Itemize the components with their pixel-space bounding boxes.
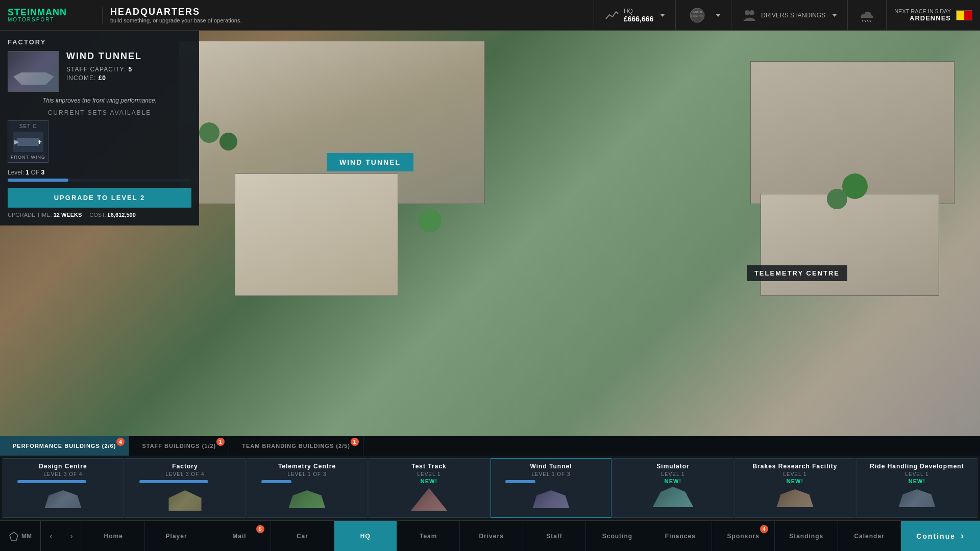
nav-item-calendar[interactable]: Calendar [838, 521, 901, 551]
hq-subtitle: build something, or upgrade your base of… [110, 17, 241, 23]
hq-chevron [660, 14, 665, 17]
nav-item-player[interactable]: Player [145, 521, 208, 551]
drivers-section[interactable]: DRIVERS STANDINGS [731, 0, 847, 30]
set-part-name: FRONT WING [11, 155, 45, 160]
nav-prev-arrow[interactable]: ‹ [41, 521, 61, 551]
hq-money-section[interactable]: HQ £666,666 [594, 0, 675, 30]
level-current: 1 [26, 169, 29, 176]
nav-item-standings[interactable]: Standings [775, 521, 838, 551]
upgrade-button[interactable]: UPGRADE TO LEVEL 2 [8, 188, 191, 208]
nav-calendar-label: Calendar [854, 533, 884, 540]
building-card-wind-tunnel[interactable]: Wind Tunnel LEVEL 1 OF 3 [491, 458, 611, 518]
logo-area: STEINMANN MOTORSPORT [0, 8, 102, 22]
wind-tunnel-thumb-img [531, 488, 572, 513]
svg-line-8 [870, 20, 871, 22]
svg-point-3 [745, 10, 750, 15]
nav-team-label: Team [420, 533, 437, 540]
wind-tunnel-thumb [531, 488, 572, 513]
current-sets-section: CURRENT SETS AVAILABLE SET C ▶ + FRONT W… [8, 109, 191, 163]
telemetry-thumb [287, 488, 328, 513]
tab-staff-badge: 1 [216, 438, 225, 446]
logo-sub: MOTORSPORT [8, 17, 94, 22]
ride-handling-new: NEW! [909, 478, 925, 484]
building-card-brakes[interactable]: Brakes Research Facility LEVEL 1 NEW! [734, 458, 855, 518]
simulator-level: LEVEL 1 [661, 471, 684, 477]
nav-item-finances[interactable]: Finances [649, 521, 712, 551]
nav-item-team[interactable]: Team [397, 521, 460, 551]
nav-item-mail[interactable]: Mail 5 [208, 521, 271, 551]
factory-section-label: FACTORY [8, 38, 191, 46]
weather-icon [858, 8, 876, 23]
svg-text:GRAND PRIX: GRAND PRIX [691, 15, 704, 17]
building-thumbnail [8, 51, 59, 92]
bottom-buildings-panel: PERFORMANCE BUILDINGS (2/6) 4 STAFF BUIL… [0, 436, 980, 520]
test-track-new: NEW! [421, 478, 437, 484]
plus-icon: + [38, 138, 42, 146]
drivers-icon [742, 8, 757, 23]
hq-title: HEADQUARTERS [110, 7, 241, 17]
nav-item-sponsors[interactable]: Sponsors 4 [712, 521, 775, 551]
hq-title-area: HEADQUARTERS build something, or upgrade… [102, 7, 249, 23]
buildings-tabs: PERFORMANCE BUILDINGS (2/6) 4 STAFF BUIL… [0, 436, 980, 456]
nav-next-arrow[interactable]: › [61, 521, 82, 551]
building-card-ride-handling[interactable]: Ride Handling Development LEVEL 1 NEW! [856, 458, 977, 518]
svg-text:WORLD: WORLD [693, 11, 702, 14]
flag-icon [956, 10, 972, 20]
simulator-thumb-img [653, 487, 694, 512]
ride-handling-level: LEVEL 1 [905, 471, 928, 477]
bottom-nav: MM ‹ › Home Player Mail 5 Car HQ Team Dr… [0, 520, 980, 551]
test-track-level: LEVEL 1 [417, 471, 440, 477]
nav-items: Home Player Mail 5 Car HQ Team Drivers S… [82, 521, 901, 551]
nav-drivers-label: Drivers [479, 533, 503, 540]
factory-bar [139, 480, 231, 483]
panel-description: This improves the front wing performance… [8, 97, 191, 104]
level-progress-bg [8, 179, 191, 182]
design-centre-thumb-img [43, 488, 84, 513]
svg-line-6 [865, 20, 866, 22]
weather-section[interactable] [847, 0, 886, 30]
nav-sponsors-label: Sponsors [727, 533, 760, 540]
level-bar-area: Level: 1 OF 3 [8, 169, 191, 182]
tab-branding-buildings[interactable]: TEAM BRANDING BUILDINGS (2/5) 1 [229, 436, 363, 456]
building-card-design-centre[interactable]: Design Centre LEVEL 3 OF 4 [3, 458, 124, 518]
ride-handling-thumb-img [897, 487, 938, 512]
nav-item-hq[interactable]: HQ [334, 521, 397, 551]
upgrade-time-value: 12 WEEKS [54, 212, 82, 218]
nav-hq-label: HQ [360, 533, 371, 540]
nav-logo-icon [9, 531, 19, 541]
drivers-label: DRIVERS STANDINGS [761, 12, 825, 19]
wind-tunnel-bar [505, 480, 597, 483]
simulator-thumb [653, 487, 694, 512]
nav-item-home[interactable]: Home [82, 521, 145, 551]
design-centre-thumb [43, 488, 84, 513]
nav-item-car[interactable]: Car [271, 521, 334, 551]
next-race-label: NEXT RACE IN 5 DAY [894, 8, 951, 14]
wind-tunnel-map-label: WIND TUNNEL [327, 153, 413, 171]
set-label: SET C [11, 123, 45, 129]
tab-staff-buildings[interactable]: STAFF BUILDINGS (1/2) 1 [129, 436, 229, 456]
nav-item-staff[interactable]: Staff [523, 521, 586, 551]
building-card-test-track[interactable]: Test Track LEVEL 1 NEW! [369, 458, 489, 518]
drivers-chevron [832, 14, 837, 17]
test-track-thumb-img [409, 487, 450, 512]
wing-shape [15, 137, 41, 147]
nav-item-scouting[interactable]: Scouting [586, 521, 649, 551]
building-card-telemetry[interactable]: Telemetry Centre LEVEL 1 OF 3 [247, 458, 368, 518]
next-race-text: NEXT RACE IN 5 DAY ARDENNES [894, 8, 951, 22]
tree-3 [419, 209, 442, 232]
buildings-list: Design Centre LEVEL 3 OF 4 Factory LEVEL… [0, 456, 980, 520]
nav-item-drivers[interactable]: Drivers [460, 521, 523, 551]
set-card[interactable]: SET C ▶ + FRONT WING [8, 120, 48, 163]
continue-button[interactable]: Continue › [901, 521, 980, 551]
building-card-simulator[interactable]: Simulator LEVEL 1 NEW! [612, 458, 733, 518]
telemetry-name: Telemetry Centre [278, 463, 336, 470]
world-section[interactable]: WORLD GRAND PRIX [675, 0, 731, 30]
building-card-factory[interactable]: Factory LEVEL 3 OF 4 [125, 458, 246, 518]
design-centre-bar [17, 480, 109, 483]
brakes-thumb [775, 487, 816, 512]
left-panel: FACTORY WIND TUNNEL STAFF CAPACITY: 5 IN… [0, 31, 199, 226]
svg-line-5 [862, 20, 863, 22]
hq-label: HQ [624, 8, 653, 15]
tab-performance-buildings[interactable]: PERFORMANCE BUILDINGS (2/6) 4 [0, 436, 129, 456]
ride-handling-thumb [897, 487, 938, 512]
